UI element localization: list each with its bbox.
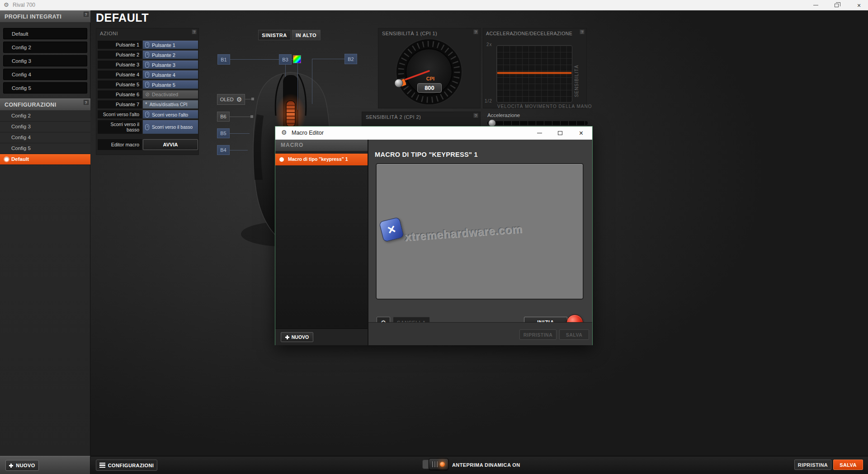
action-binding[interactable]: Pulsante 3 [143, 61, 198, 69]
acceleration-slider[interactable] [487, 121, 588, 126]
connector-line [230, 150, 248, 150]
dialog-close-button[interactable]: × [570, 127, 592, 140]
action-binding-label: Pulsante 5 [152, 82, 175, 88]
new-macro-button[interactable]: NUOVO [281, 332, 313, 342]
tab-in-alto[interactable]: IN ALTO [292, 30, 321, 40]
config-item-default-selected[interactable]: Default [0, 154, 90, 165]
new-profile-button[interactable]: NUOVO [5, 460, 39, 471]
help-icon[interactable]: ? [192, 29, 197, 34]
restore-icon [835, 4, 839, 7]
connector-line [312, 59, 312, 104]
profiles-header: PROFILI INTEGRATI ? [0, 10, 90, 23]
action-binding-label: Pulsante 4 [152, 72, 175, 78]
new-macro-label: NUOVO [292, 334, 309, 340]
preview-toggle[interactable] [429, 458, 448, 470]
app-window: ⚙ Rival 700 × PROFILI INTEGRATI ? Defaul… [0, 0, 868, 474]
color-swatch-icon[interactable] [293, 55, 301, 63]
gear-icon[interactable]: ⚙ [236, 96, 242, 103]
profile-item-config2[interactable]: Config 2 [3, 42, 87, 53]
steelseries-logo-icon: ⚙ [4, 1, 9, 8]
dialog-footer: RIPRISTINA SALVA [368, 322, 592, 345]
dialog-titlebar[interactable]: ⚙ Macro Editor × [275, 127, 592, 140]
macro-list-item-selected[interactable]: Macro di tipo "keypress" 1 [275, 154, 368, 165]
acceleration-graph[interactable] [496, 45, 572, 103]
macro-editor-label: Editor macro [98, 139, 142, 150]
button-label-b3[interactable]: B3 [279, 54, 292, 65]
help-icon[interactable]: ? [473, 29, 478, 34]
macro-content-area[interactable]: × xtremehardware.com [376, 163, 584, 300]
mouse-icon [145, 72, 149, 78]
help-icon[interactable]: ? [473, 113, 478, 118]
action-binding[interactable]: Pulsante 1 [143, 41, 198, 49]
action-binding[interactable]: Scorri verso il basso [143, 120, 198, 134]
radio-dot-icon [5, 157, 9, 161]
button-label-b2[interactable]: B2 [344, 54, 357, 64]
action-binding[interactable]: Pulsante 2 [143, 51, 198, 59]
button-label-b6[interactable]: B6 [217, 112, 230, 122]
mouse-icon [145, 124, 149, 130]
selected-config-label: Default [11, 156, 29, 162]
config-item-config4[interactable]: Config 4 [0, 132, 90, 143]
action-binding-cpi-toggle[interactable]: *Attiva/disattiva CPI [143, 100, 198, 108]
connector-end [251, 98, 254, 100]
button-label-b5[interactable]: B5 [217, 128, 230, 138]
y-axis-label: SENSIBILITÀ [574, 52, 579, 97]
help-icon[interactable]: ? [84, 12, 89, 17]
dialog-minimize-button[interactable] [529, 127, 550, 140]
profile-item-default[interactable]: Default [3, 28, 87, 39]
close-icon: × [857, 2, 861, 9]
macro-list-header: MACRO [275, 140, 368, 151]
cpi-dial[interactable] [395, 38, 463, 106]
profile-item-config5[interactable]: Config 5 [3, 82, 87, 94]
plus-icon [285, 335, 289, 339]
restore-button-bottom[interactable]: RIPRISTINA [794, 460, 831, 470]
config-item-config3[interactable]: Config 3 [0, 122, 90, 132]
action-label: Pulsante 6 [98, 90, 142, 99]
tab-sinistra[interactable]: SINISTRA [258, 30, 291, 40]
action-label: Pulsante 4 [98, 70, 142, 79]
action-binding-label: Pulsante 1 [152, 42, 175, 48]
action-binding-deactivated[interactable]: ⊘Deactivated [143, 90, 198, 99]
dialog-restore-button[interactable]: RIPRISTINA [519, 329, 557, 340]
action-binding[interactable]: Pulsante 4 [143, 70, 198, 79]
cpi-value[interactable]: 800 [417, 83, 442, 93]
configurations-button[interactable]: CONFIGURAZIONI [96, 460, 157, 471]
restore-button[interactable] [828, 0, 844, 10]
grip-icon [432, 461, 438, 467]
help-icon[interactable]: ? [84, 100, 89, 105]
config-item-config5[interactable]: Config 5 [0, 143, 90, 154]
button-label-b4[interactable]: B4 [217, 145, 230, 155]
dial-knob [395, 79, 403, 87]
macro-list-panel: MACRO Macro di tipo "keypress" 1 NUOVO [275, 140, 368, 345]
mouse-icon [145, 42, 149, 48]
mouse-icon [145, 52, 149, 58]
connector-line [285, 65, 286, 77]
plus-icon [9, 464, 13, 468]
action-binding-label: Scorri verso il basso [152, 125, 193, 130]
minimize-button[interactable] [807, 0, 824, 10]
action-binding[interactable]: Pulsante 5 [143, 80, 198, 89]
action-binding[interactable]: Scorri verso l'alto [143, 110, 198, 118]
sensitivity1-title: SENSIBILITÀ 1 (CPI 1) [382, 31, 437, 36]
dialog-maximize-button[interactable] [550, 127, 570, 140]
profile-item-config3[interactable]: Config 3 [3, 55, 87, 66]
action-binding-label: Attiva/disattiva CPI [150, 102, 188, 107]
help-icon[interactable]: ? [580, 29, 585, 34]
button-label-b1[interactable]: B1 [217, 54, 230, 65]
cpi-unit-label: CPI [420, 76, 440, 81]
glow-dot-icon [440, 462, 445, 467]
avvia-button[interactable]: AVVIA [143, 139, 198, 150]
save-button-bottom[interactable]: SALVA [833, 460, 863, 470]
connector-line [230, 117, 251, 117]
profile-item-config4[interactable]: Config 4 [3, 69, 87, 80]
configurations-label: CONFIGURAZIONI [108, 463, 154, 468]
dialog-save-button[interactable]: SALVA [559, 329, 589, 340]
minimize-icon [813, 5, 818, 5]
configs-header: CONFIGURAZIONI ? [0, 99, 90, 111]
close-button[interactable]: × [850, 0, 868, 10]
oled-label[interactable]: OLED ⚙ [217, 94, 245, 105]
macro-editor-panel: MACRO DI TIPO "KEYPRESS" 1 × xtremehardw… [368, 140, 592, 345]
sensitivity-curve-line [497, 72, 571, 74]
config-item-config2[interactable]: Config 2 [0, 111, 90, 122]
deactivated-icon: ⊘ [145, 91, 150, 98]
